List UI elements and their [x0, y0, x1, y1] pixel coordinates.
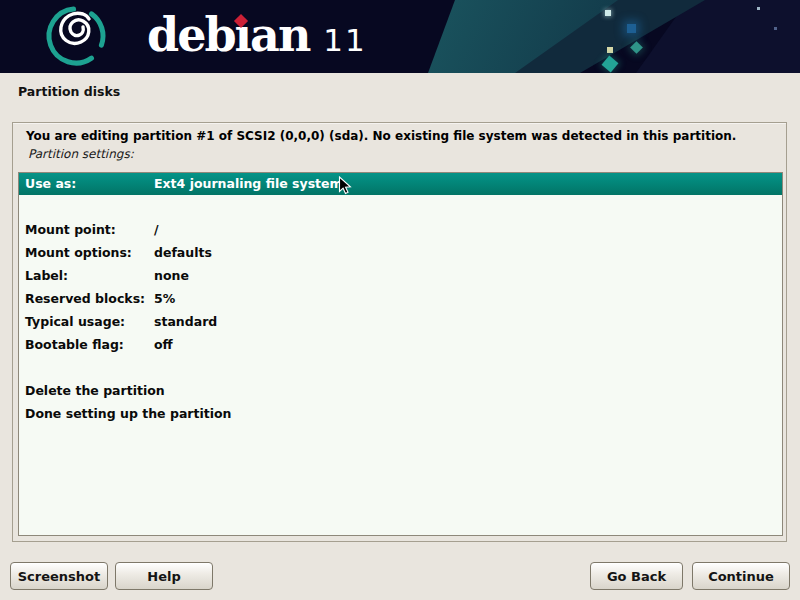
list-item[interactable]: Mount point:/ [19, 218, 782, 241]
setting-label: Bootable flag: [19, 333, 154, 356]
setting-label: Mount options: [19, 241, 154, 264]
banner-decor-square [757, 7, 760, 10]
settings-list[interactable]: Use as:Ext4 journaling file system Mount… [18, 172, 783, 536]
setting-value: off [154, 333, 173, 356]
setting-value: Ext4 journaling file system [154, 173, 343, 195]
info-frame: You are editing partition #1 of SCSI2 (0… [12, 122, 787, 542]
list-item [19, 195, 782, 218]
banner-decor-square [607, 47, 613, 53]
setting-label: Done setting up the partition [19, 402, 154, 425]
banner: debıan 11 [0, 0, 800, 73]
setting-label: Mount point: [19, 218, 154, 241]
continue-button[interactable]: Continue [692, 562, 790, 590]
list-item[interactable]: Done setting up the partition [19, 402, 782, 425]
banner-decor-square [627, 24, 636, 33]
mouse-cursor-icon [338, 176, 352, 196]
banner-decor-square [605, 10, 611, 16]
list-item[interactable]: Reserved blocks:5% [19, 287, 782, 310]
setting-value: / [154, 218, 159, 241]
list-item[interactable]: Label:none [19, 264, 782, 287]
banner-decor-square [774, 27, 777, 30]
help-button[interactable]: Help [115, 562, 213, 590]
list-item [19, 356, 782, 379]
list-item[interactable]: Bootable flag:off [19, 333, 782, 356]
question-text: You are editing partition #1 of SCSI2 (0… [26, 129, 736, 143]
list-item[interactable]: Use as:Ext4 journaling file system [19, 173, 782, 195]
page-title: Partition disks [18, 84, 120, 99]
list-item[interactable]: Typical usage:standard [19, 310, 782, 333]
setting-value: none [154, 264, 189, 287]
brand-text: debıan [147, 5, 309, 65]
go-back-button[interactable]: Go Back [590, 562, 683, 590]
setting-value: defaults [154, 241, 212, 264]
debian-swirl-logo-icon [43, 3, 109, 69]
setting-value: 5% [154, 287, 175, 310]
list-item[interactable]: Mount options:defaults [19, 241, 782, 264]
setting-label: Use as: [19, 173, 154, 195]
version-number: 11 [323, 10, 366, 70]
setting-value: standard [154, 310, 217, 333]
list-item[interactable]: Delete the partition [19, 379, 782, 402]
setting-label: Reserved blocks: [19, 287, 154, 310]
banner-decor-square [630, 41, 643, 54]
setting-label: Delete the partition [19, 379, 154, 402]
setting-label: Label: [19, 264, 154, 287]
screenshot-button[interactable]: Screenshot [10, 562, 108, 590]
debian-wordmark: debıan 11 [147, 5, 367, 65]
setting-label: Typical usage: [19, 310, 154, 333]
settings-caption: Partition settings: [28, 147, 134, 161]
